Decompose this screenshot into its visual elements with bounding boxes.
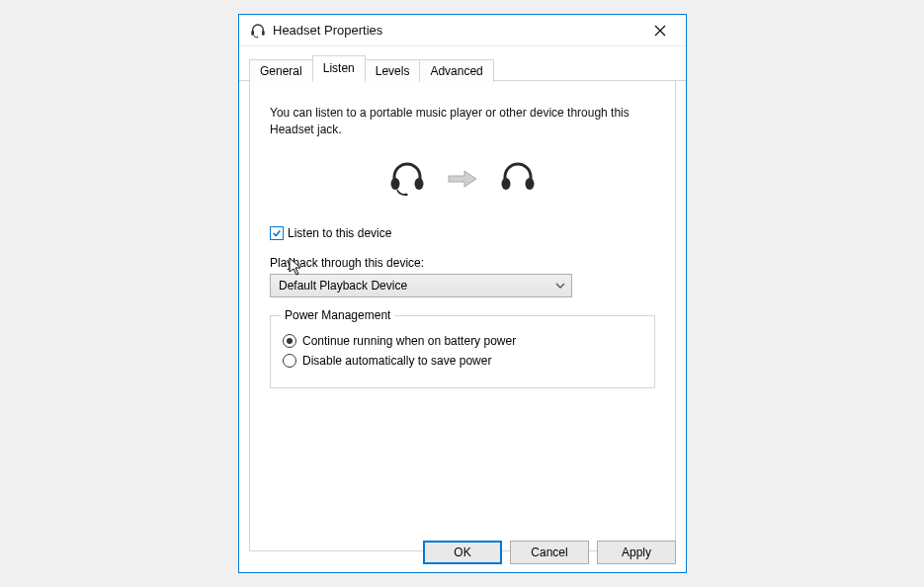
cancel-button[interactable]: Cancel — [510, 541, 589, 564]
radio-continue[interactable] — [283, 334, 296, 348]
playback-device-dropdown[interactable]: Default Playback Device — [270, 274, 572, 297]
chevron-down-icon — [555, 280, 565, 291]
tabs: General Listen Levels Advanced — [239, 46, 686, 81]
headphones-icon — [498, 162, 538, 199]
radio-continue-row: Continue running when on battery power — [283, 334, 642, 348]
tab-content: You can listen to a portable music playe… — [249, 81, 676, 551]
tab-levels[interactable]: Levels — [365, 59, 421, 82]
tab-advanced[interactable]: Advanced — [419, 59, 493, 82]
svg-point-4 — [415, 178, 424, 190]
titlebar: Headset Properties — [239, 15, 686, 46]
listen-checkbox[interactable] — [270, 226, 284, 240]
playback-device-selected: Default Playback Device — [279, 279, 407, 293]
tab-listen[interactable]: Listen — [312, 55, 366, 81]
listen-checkbox-row: Listen to this device — [270, 226, 655, 240]
ok-button[interactable]: OK — [423, 541, 502, 564]
playback-through-label: Playback through this device: — [270, 256, 655, 270]
listen-description: You can listen to a portable music playe… — [270, 105, 655, 138]
headset-icon — [249, 22, 267, 40]
svg-point-2 — [257, 36, 259, 38]
svg-rect-0 — [251, 31, 254, 36]
radio-disable-row: Disable automatically to save power — [283, 354, 642, 368]
headset-mic-icon — [387, 162, 427, 199]
svg-rect-1 — [262, 31, 265, 36]
svg-point-3 — [391, 178, 400, 190]
listen-illustration — [270, 162, 655, 199]
listen-checkbox-label: Listen to this device — [288, 226, 391, 240]
power-management-legend: Power Management — [281, 308, 394, 322]
arrow-right-icon — [447, 169, 478, 192]
svg-point-7 — [526, 178, 535, 190]
radio-disable-label: Disable automatically to save power — [302, 354, 491, 368]
svg-point-6 — [502, 178, 511, 190]
dialog-buttons: OK Cancel Apply — [423, 541, 676, 564]
dialog-title: Headset Properties — [273, 23, 640, 38]
power-management-group: Power Management Continue running when o… — [270, 315, 655, 388]
radio-continue-label: Continue running when on battery power — [302, 334, 516, 348]
apply-button[interactable]: Apply — [597, 541, 676, 564]
tab-general[interactable]: General — [249, 59, 313, 82]
listen-tabpanel: You can listen to a portable music playe… — [250, 81, 675, 398]
headset-properties-dialog: Headset Properties General Listen Levels… — [238, 14, 687, 573]
svg-point-5 — [404, 193, 407, 196]
radio-disable[interactable] — [283, 354, 296, 368]
close-button[interactable] — [640, 17, 680, 44]
